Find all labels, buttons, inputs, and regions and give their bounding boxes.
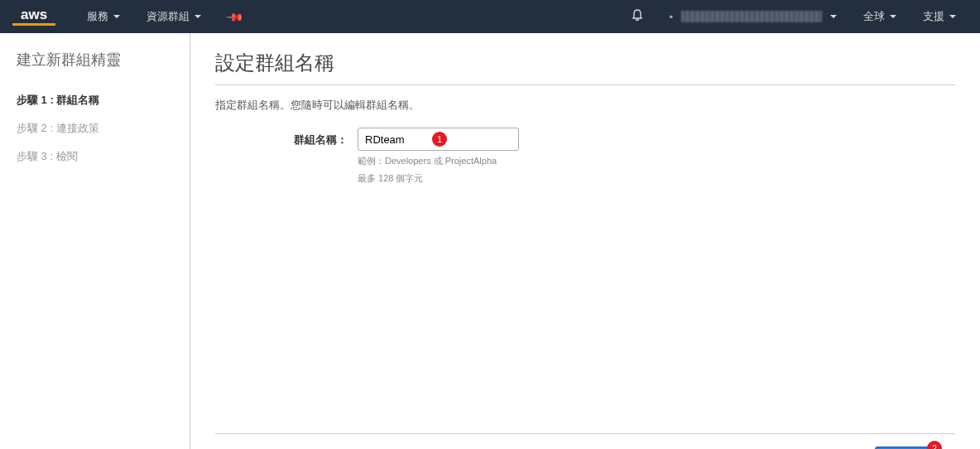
nav-resource-groups-label: 資源群組 <box>147 9 190 24</box>
group-name-row: 群組名稱： 1 範例：Developers 或 ProjectAlpha 最多 … <box>215 128 955 185</box>
helper-example: 範例：Developers 或 ProjectAlpha <box>358 154 519 168</box>
top-navigation: aws 服務 資源群組 📌 • 全球 支援 <box>0 0 980 33</box>
annotation-marker-2: 2 <box>927 441 942 449</box>
nav-region-label: 全球 <box>863 9 885 24</box>
wizard-sidebar: 建立新群組精靈 步驟 1 : 群組名稱 步驟 2 : 連接政策 步驟 3 : 檢… <box>17 33 190 449</box>
nav-region[interactable]: 全球 <box>852 9 908 24</box>
topnav-right: • 全球 支援 <box>621 8 968 25</box>
caret-down-icon <box>830 15 837 18</box>
account-name-redacted <box>681 11 822 22</box>
wizard-step-2[interactable]: 步驟 2 : 連接政策 <box>17 114 181 142</box>
caret-down-icon <box>195 15 201 18</box>
page-body: 建立新群組精靈 步驟 1 : 群組名稱 步驟 2 : 連接政策 步驟 3 : 檢… <box>0 33 980 449</box>
annotation-marker-1: 1 <box>432 132 447 147</box>
caret-down-icon <box>113 15 120 18</box>
wizard-step-1[interactable]: 步驟 1 : 群組名稱 <box>17 86 181 114</box>
wizard-step-3[interactable]: 步驟 3 : 檢閱 <box>17 142 181 171</box>
notifications-icon[interactable] <box>621 8 654 25</box>
caret-down-icon <box>949 15 956 18</box>
aws-logo[interactable]: aws <box>12 7 55 26</box>
main-content: 設定群組名稱 指定群組名稱。您隨時可以編輯群組名稱。 群組名稱： 1 範例：De… <box>190 33 963 449</box>
nav-pin[interactable]: 📌 <box>216 10 253 23</box>
nav-resource-groups[interactable]: 資源群組 <box>135 9 213 24</box>
wizard-title: 建立新群組精靈 <box>17 50 181 70</box>
footer-divider <box>215 433 955 434</box>
nav-services-label: 服務 <box>87 9 108 24</box>
topnav-left: aws 服務 資源群組 📌 <box>12 7 253 26</box>
group-name-input-wrap: 1 範例：Developers 或 ProjectAlpha 最多 128 個字… <box>358 128 519 185</box>
account-dot: • <box>669 11 673 23</box>
nav-support-label: 支援 <box>923 9 944 24</box>
group-name-label: 群組名稱： <box>215 128 348 147</box>
pin-icon: 📌 <box>225 7 244 26</box>
title-divider <box>215 84 955 85</box>
page-subtitle: 指定群組名稱。您隨時可以編輯群組名稱。 <box>215 98 955 113</box>
nav-services[interactable]: 服務 <box>75 9 132 24</box>
nav-account[interactable]: • <box>657 11 848 23</box>
caret-down-icon <box>890 15 896 18</box>
page-title: 設定群組名稱 <box>215 50 955 76</box>
nav-support[interactable]: 支援 <box>911 9 968 24</box>
helper-maxlen: 最多 128 個字元 <box>358 171 519 186</box>
